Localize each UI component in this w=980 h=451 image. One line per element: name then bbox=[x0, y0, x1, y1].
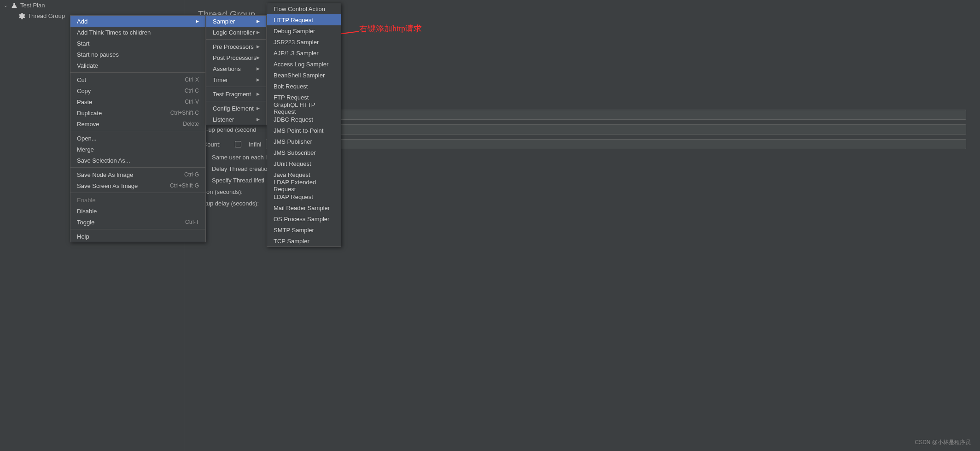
menu-save-selection[interactable]: Save Selection As... bbox=[70, 155, 205, 166]
menu-separator bbox=[206, 87, 266, 87]
menu-ajp-sampler[interactable]: AJP/1.3 Sampler bbox=[267, 47, 341, 59]
menu-os-process[interactable]: OS Process Sampler bbox=[267, 213, 341, 224]
menu-save-screen[interactable]: Save Screen As ImageCtrl+Shift-G bbox=[70, 180, 205, 191]
menu-post-processors[interactable]: Post Processors▶ bbox=[206, 52, 266, 63]
chevron-right-icon: ▶ bbox=[257, 55, 260, 60]
menu-separator bbox=[206, 39, 266, 40]
menu-test-fragment[interactable]: Test Fragment▶ bbox=[206, 88, 266, 100]
gear-icon bbox=[18, 13, 25, 19]
menu-paste[interactable]: PasteCtrl-V bbox=[70, 96, 205, 107]
ramp-label: mp-up period (second bbox=[198, 126, 276, 133]
menu-save-node[interactable]: Save Node As ImageCtrl-G bbox=[70, 169, 205, 180]
menu-sampler[interactable]: Sampler▶ bbox=[206, 16, 266, 27]
chevron-right-icon: ▶ bbox=[257, 106, 260, 111]
menu-separator bbox=[70, 229, 205, 229]
flask-icon bbox=[11, 2, 18, 9]
delay-label: Delay Thread creatio bbox=[212, 165, 267, 172]
context-menu-add: Sampler▶ Logic Controller▶ Pre Processor… bbox=[206, 15, 267, 125]
menu-disable[interactable]: Disable bbox=[70, 205, 205, 217]
menu-jdbc-request[interactable]: JDBC Request bbox=[267, 114, 341, 125]
menu-think-times[interactable]: Add Think Times to children bbox=[70, 27, 205, 38]
chevron-down-icon: ⌄ bbox=[4, 3, 8, 8]
menu-debug-sampler[interactable]: Debug Sampler bbox=[267, 25, 341, 36]
menu-toggle[interactable]: ToggleCtrl-T bbox=[70, 217, 205, 228]
tree-label-child: Thread Group bbox=[28, 12, 65, 19]
menu-http-request[interactable]: HTTP Request bbox=[267, 14, 341, 25]
chevron-right-icon: ▶ bbox=[257, 117, 260, 122]
startup-label: tartup delay (seconds): bbox=[198, 200, 276, 207]
chevron-right-icon: ▶ bbox=[257, 30, 260, 35]
menu-config-element[interactable]: Config Element▶ bbox=[206, 103, 266, 114]
duration-label: ration (seconds): bbox=[198, 188, 276, 195]
chevron-right-icon: ▶ bbox=[257, 44, 260, 49]
menu-help[interactable]: Help bbox=[70, 231, 205, 242]
chevron-right-icon: ▶ bbox=[257, 92, 260, 96]
menu-cut[interactable]: CutCtrl-X bbox=[70, 74, 205, 85]
context-menu-sampler: Flow Control Action HTTP Request Debug S… bbox=[267, 3, 341, 247]
ramp-input[interactable] bbox=[281, 124, 966, 135]
menu-jms-point[interactable]: JMS Point-to-Point bbox=[267, 125, 341, 136]
menu-jms-publisher[interactable]: JMS Publisher bbox=[267, 136, 341, 147]
menu-listener[interactable]: Listener▶ bbox=[206, 114, 266, 125]
same-user-label: Same user on each it bbox=[212, 154, 268, 161]
menu-separator bbox=[206, 101, 266, 101]
watermark: CSDN @小林是程序员 bbox=[915, 439, 971, 446]
infinite-checkbox[interactable] bbox=[235, 141, 241, 147]
menu-open[interactable]: Open... bbox=[70, 133, 205, 144]
menu-assertions[interactable]: Assertions▶ bbox=[206, 63, 266, 74]
menu-separator bbox=[70, 193, 205, 193]
menu-flow-control[interactable]: Flow Control Action bbox=[267, 3, 341, 14]
menu-mail-reader[interactable]: Mail Reader Sampler bbox=[267, 202, 341, 213]
chevron-right-icon: ▶ bbox=[257, 77, 260, 82]
menu-validate[interactable]: Validate bbox=[70, 60, 205, 71]
menu-jms-subscriber[interactable]: JMS Subscriber bbox=[267, 147, 341, 158]
menu-access-log-sampler[interactable]: Access Log Sampler bbox=[267, 59, 341, 70]
menu-separator bbox=[70, 72, 205, 73]
menu-junit-request[interactable]: JUnit Request bbox=[267, 158, 341, 169]
specify-label: Specify Thread lifeti bbox=[212, 177, 264, 184]
menu-enable: Enable bbox=[70, 194, 205, 205]
menu-separator bbox=[70, 167, 205, 168]
tree-item-test-plan[interactable]: ⌄ Test Plan bbox=[0, 0, 184, 11]
menu-duplicate[interactable]: DuplicateCtrl+Shift-C bbox=[70, 107, 205, 118]
menu-start[interactable]: Start bbox=[70, 38, 205, 49]
menu-ldap-extended[interactable]: LDAP Extended Request bbox=[267, 180, 341, 191]
menu-pre-processors[interactable]: Pre Processors▶ bbox=[206, 41, 266, 52]
menu-logic-controller[interactable]: Logic Controller▶ bbox=[206, 27, 266, 38]
menu-add[interactable]: Add▶ bbox=[70, 16, 205, 27]
menu-tcp-sampler[interactable]: TCP Sampler bbox=[267, 235, 341, 246]
menu-graphql-request[interactable]: GraphQL HTTP Request bbox=[267, 103, 341, 114]
menu-copy[interactable]: CopyCtrl-C bbox=[70, 85, 205, 96]
infinite-label: Infini bbox=[249, 141, 261, 148]
chevron-right-icon: ▶ bbox=[257, 19, 260, 23]
menu-jsr223-sampler[interactable]: JSR223 Sampler bbox=[267, 36, 341, 47]
annotation-text: 右键添加http请求 bbox=[359, 23, 422, 34]
menu-separator bbox=[70, 131, 205, 131]
chevron-right-icon: ▶ bbox=[257, 66, 260, 71]
menu-smtp-sampler[interactable]: SMTP Sampler bbox=[267, 224, 341, 235]
tree-label-root: Test Plan bbox=[20, 2, 45, 9]
context-menu-main: Add▶ Add Think Times to children Start S… bbox=[70, 15, 206, 242]
menu-beanshell-sampler[interactable]: BeanShell Sampler bbox=[267, 70, 341, 81]
loop-input[interactable] bbox=[266, 139, 966, 149]
menu-merge[interactable]: Merge bbox=[70, 144, 205, 155]
menu-start-no-pauses[interactable]: Start no pauses bbox=[70, 49, 205, 60]
menu-bolt-request[interactable]: Bolt Request bbox=[267, 81, 341, 92]
menu-remove[interactable]: RemoveDelete bbox=[70, 118, 205, 129]
menu-ldap-request[interactable]: LDAP Request bbox=[267, 191, 341, 202]
chevron-right-icon: ▶ bbox=[196, 19, 199, 23]
menu-timer[interactable]: Timer▶ bbox=[206, 74, 266, 85]
